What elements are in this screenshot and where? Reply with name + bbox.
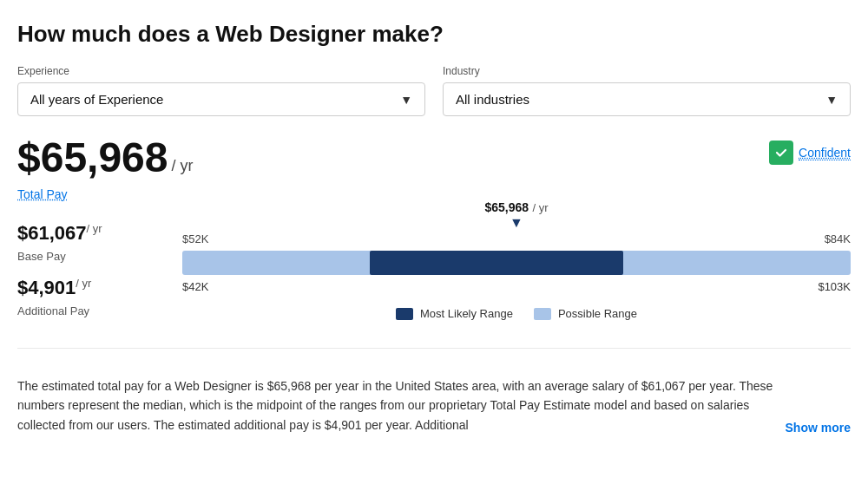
bar-max-label: $103K — [818, 280, 851, 293]
base-pay-label: Base Pay — [17, 250, 156, 263]
experience-value: All years of Experience — [30, 92, 163, 107]
bar-bottom-labels: $42K $103K — [182, 280, 851, 293]
left-pay: $61,067 / yr Base Pay $4,901 / yr Additi… — [17, 222, 156, 334]
additional-pay-block: $4,901 / yr Additional Pay — [17, 277, 156, 317]
possible-range-legend-box — [534, 308, 551, 320]
additional-pay-label: Additional Pay — [17, 304, 156, 317]
experience-label: Experience — [17, 65, 425, 77]
divider — [17, 348, 851, 349]
total-pay-amount-row: $65,968 / yr — [17, 137, 194, 179]
chart-arrow-icon: ▼ — [484, 215, 548, 231]
most-likely-legend: Most Likely Range — [396, 307, 513, 320]
filters-row: Experience All years of Experience ▼ Ind… — [17, 65, 851, 116]
chart-center-annotation: $65,968 / yr ▼ — [484, 199, 548, 231]
pay-header: $65,968 / yr Total Pay Confident — [17, 137, 851, 219]
confident-badge: Confident — [769, 141, 851, 165]
bar-most-likely-range — [370, 251, 624, 275]
bar-range-low: $52K — [182, 232, 208, 245]
show-more-button[interactable]: Show more — [786, 421, 851, 435]
confident-icon — [769, 141, 793, 165]
base-pay-block: $61,067 / yr Base Pay — [17, 222, 156, 263]
experience-filter-group: Experience All years of Experience ▼ — [17, 65, 425, 116]
industry-label: Industry — [443, 65, 851, 77]
base-pay-per: / yr — [87, 222, 102, 235]
additional-pay-per: / yr — [76, 277, 91, 290]
total-pay-per: / yr — [172, 157, 194, 179]
total-pay-block: $65,968 / yr Total Pay — [17, 137, 194, 219]
experience-dropdown[interactable]: All years of Experience ▼ — [17, 82, 425, 116]
industry-value: All industries — [456, 92, 529, 107]
page-title: How much does a Web Designer make? — [17, 21, 851, 48]
chart-legend: Most Likely Range Possible Range — [182, 307, 851, 320]
confident-text[interactable]: Confident — [799, 146, 851, 160]
additional-pay-amount-row: $4,901 / yr — [17, 277, 156, 299]
total-pay-amount: $65,968 — [17, 137, 168, 179]
most-likely-legend-box — [396, 308, 413, 320]
bar-top-labels: $52K $84K — [182, 232, 851, 245]
salary-bar — [182, 251, 851, 275]
chart-marker-value: $65,968 — [484, 200, 529, 214]
bar-range-high: $84K — [825, 232, 851, 245]
industry-filter-group: Industry All industries ▼ — [443, 65, 851, 116]
possible-range-legend-label: Possible Range — [558, 307, 637, 320]
total-pay-label[interactable]: Total Pay — [17, 187, 68, 201]
right-chart: $65,968 / yr ▼ $52K $84K $42K $103K Most… — [182, 222, 851, 334]
industry-chevron-icon: ▼ — [825, 93, 838, 107]
possible-range-legend: Possible Range — [534, 307, 637, 320]
bar-min-label: $42K — [182, 280, 208, 293]
description-text: The estimated total pay for a Web Design… — [17, 376, 782, 435]
additional-pay-amount: $4,901 — [17, 277, 76, 299]
industry-dropdown[interactable]: All industries ▼ — [443, 82, 851, 116]
description-row: The estimated total pay for a Web Design… — [17, 363, 851, 435]
base-pay-amount-row: $61,067 / yr — [17, 222, 156, 245]
most-likely-legend-label: Most Likely Range — [420, 307, 513, 320]
main-content: $61,067 / yr Base Pay $4,901 / yr Additi… — [17, 222, 851, 334]
chart-marker-per: / yr — [533, 201, 549, 214]
experience-chevron-icon: ▼ — [400, 93, 412, 107]
base-pay-amount: $61,067 — [17, 222, 87, 245]
